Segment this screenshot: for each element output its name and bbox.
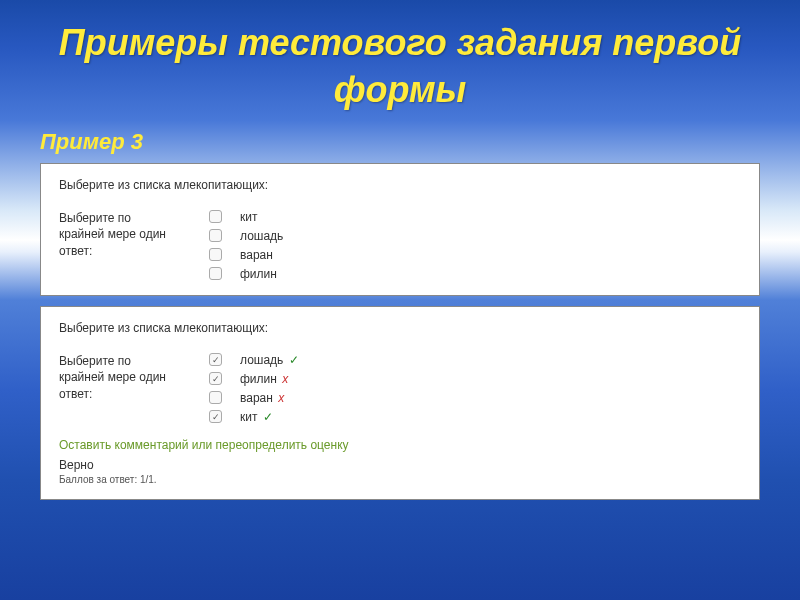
option-row: лошадь ✓: [209, 353, 300, 367]
checkbox[interactable]: [209, 248, 222, 261]
cross-icon: x: [278, 391, 284, 405]
option-label: филин x: [240, 372, 300, 386]
option-label: филин: [240, 267, 300, 281]
option-row: филин x: [209, 372, 300, 386]
panels-container: Выберите из списка млекопитающих: Выбери…: [0, 163, 800, 500]
instruction-text: Выберите по крайней мере один ответ:: [59, 210, 179, 260]
option-row: лошадь: [209, 229, 300, 243]
option-label: кит: [240, 210, 300, 224]
checkbox[interactable]: [209, 210, 222, 223]
comment-link[interactable]: Оставить комментарий или переопределить …: [59, 438, 741, 452]
question-text: Выберите из списка млекопитающих:: [59, 321, 741, 335]
verdict-text: Верно: [59, 458, 741, 472]
quiz-panel-blank: Выберите из списка млекопитающих: Выбери…: [40, 163, 760, 296]
check-icon: ✓: [263, 410, 273, 424]
option-row: варан: [209, 248, 300, 262]
checkbox[interactable]: [209, 267, 222, 280]
quiz-panel-answered: Выберите из списка млекопитающих: Выбери…: [40, 306, 760, 500]
checkbox[interactable]: [209, 372, 222, 385]
score-text: Баллов за ответ: 1/1.: [59, 474, 741, 485]
option-row: кит ✓: [209, 410, 300, 424]
options-list: лошадь ✓ филин x варан x: [209, 353, 300, 424]
question-row: Выберите по крайней мере один ответ: кит…: [59, 210, 741, 281]
option-row: филин: [209, 267, 300, 281]
option-label: лошадь: [240, 229, 300, 243]
question-text: Выберите из списка млекопитающих:: [59, 178, 741, 192]
option-row: варан x: [209, 391, 300, 405]
slide-title: Примеры тестового задания первой формы: [0, 0, 800, 124]
cross-icon: x: [282, 372, 288, 386]
checkbox[interactable]: [209, 391, 222, 404]
option-label: варан: [240, 248, 300, 262]
checkbox[interactable]: [209, 410, 222, 423]
checkbox[interactable]: [209, 229, 222, 242]
example-label: Пример 3: [0, 124, 800, 163]
question-row: Выберите по крайней мере один ответ: лош…: [59, 353, 741, 424]
options-list: кит лошадь варан филин: [209, 210, 300, 281]
option-label: кит ✓: [240, 410, 300, 424]
checkbox[interactable]: [209, 353, 222, 366]
check-icon: ✓: [289, 353, 299, 367]
instruction-text: Выберите по крайней мере один ответ:: [59, 353, 179, 403]
option-label: варан x: [240, 391, 300, 405]
option-row: кит: [209, 210, 300, 224]
option-label: лошадь ✓: [240, 353, 300, 367]
